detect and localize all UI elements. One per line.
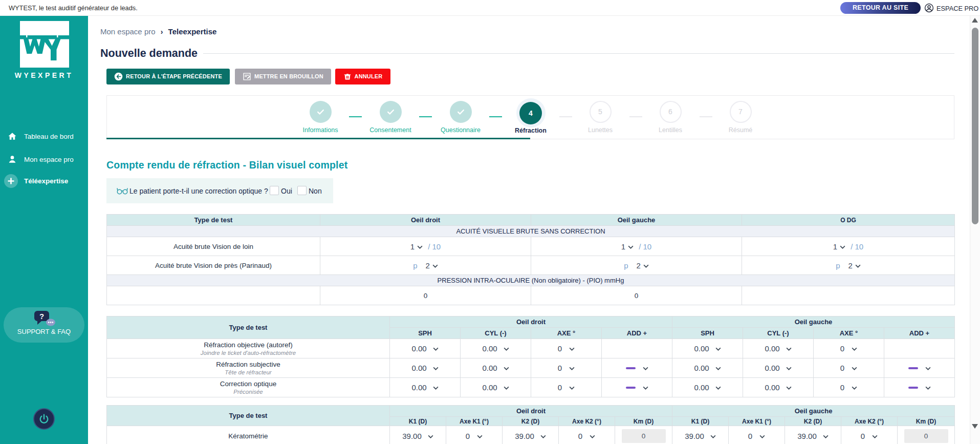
svg-text:?: ? (39, 312, 44, 321)
